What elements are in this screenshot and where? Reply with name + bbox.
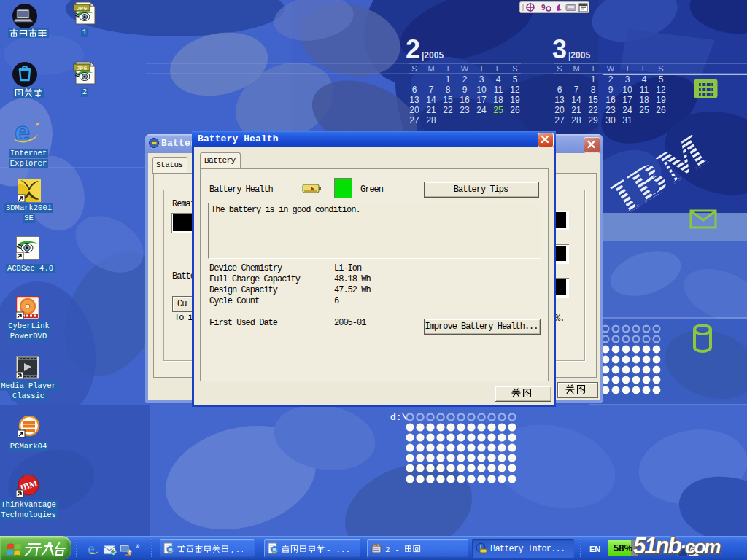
svg-text:13: 13 — [409, 95, 419, 105]
svg-text:16: 16 — [605, 95, 616, 105]
svg-text:15: 15 — [443, 95, 453, 105]
svg-text:1: 1 — [446, 74, 451, 85]
svg-text:JPG: JPG — [77, 65, 88, 71]
svg-text:18: 18 — [493, 95, 503, 105]
svg-text:d:\: d:\ — [390, 412, 408, 423]
svg-text:e: e — [15, 120, 30, 147]
svg-text:28: 28 — [571, 115, 581, 125]
svg-text:S: S — [512, 64, 517, 73]
svg-text:|2005: |2005 — [568, 50, 590, 61]
svg-text:27: 27 — [554, 115, 565, 125]
svg-text:3: 3 — [552, 34, 567, 64]
svg-text:6: 6 — [412, 85, 417, 95]
svg-text:17: 17 — [476, 95, 487, 105]
svg-text:20: 20 — [409, 105, 419, 115]
svg-text:14: 14 — [426, 95, 436, 105]
svg-text:12: 12 — [510, 85, 520, 95]
svg-text:16: 16 — [460, 95, 470, 105]
svg-text:19: 19 — [656, 95, 666, 105]
svg-text:W: W — [607, 64, 615, 73]
svg-text:10: 10 — [476, 85, 487, 95]
svg-text:S: S — [658, 64, 663, 73]
svg-text:18: 18 — [639, 95, 649, 105]
svg-text:1: 1 — [591, 74, 596, 85]
svg-text:T: T — [591, 64, 596, 73]
svg-text:7: 7 — [574, 85, 579, 95]
svg-text:22: 22 — [588, 105, 598, 115]
svg-text:2: 2 — [462, 74, 468, 85]
svg-text:F: F — [496, 64, 501, 73]
svg-text:25: 25 — [493, 105, 503, 115]
svg-text:20: 20 — [554, 105, 565, 115]
svg-text:26: 26 — [656, 105, 666, 115]
svg-text:11: 11 — [494, 85, 503, 95]
svg-text:10: 10 — [622, 85, 632, 95]
svg-text:- ...: - ... — [326, 545, 349, 554]
svg-text:T: T — [479, 64, 484, 73]
svg-text:13: 13 — [554, 95, 565, 105]
svg-text:26: 26 — [510, 105, 520, 115]
svg-text:8: 8 — [446, 85, 451, 95]
svg-text:9: 9 — [608, 85, 614, 95]
svg-text:31: 31 — [622, 115, 632, 125]
svg-text:|2005: |2005 — [422, 50, 444, 61]
svg-text:M: M — [427, 64, 434, 73]
svg-text:3: 3 — [625, 74, 630, 85]
svg-text:e: e — [88, 543, 95, 556]
svg-text:S: S — [557, 64, 562, 73]
svg-text:12: 12 — [656, 85, 666, 95]
svg-text:3: 3 — [479, 74, 484, 85]
svg-text:15: 15 — [588, 95, 598, 105]
svg-text:5: 5 — [659, 74, 664, 85]
svg-text:25: 25 — [639, 105, 649, 115]
svg-text:W: W — [461, 64, 469, 73]
svg-text:21: 21 — [571, 105, 581, 115]
svg-text:24: 24 — [476, 105, 487, 115]
svg-text:9: 9 — [541, 4, 546, 12]
svg-text:30: 30 — [605, 115, 616, 125]
svg-text:F: F — [642, 64, 647, 73]
svg-text:27: 27 — [409, 115, 419, 125]
svg-text:28: 28 — [426, 115, 436, 125]
svg-text:11: 11 — [640, 85, 649, 95]
svg-text:T: T — [446, 64, 451, 73]
svg-text:5: 5 — [513, 74, 518, 85]
svg-text:9: 9 — [462, 85, 468, 95]
svg-text:6: 6 — [557, 85, 562, 95]
svg-text:17: 17 — [622, 95, 632, 105]
svg-text:S: S — [411, 64, 417, 73]
svg-text:19: 19 — [510, 95, 520, 105]
svg-text:2: 2 — [406, 34, 420, 64]
svg-text:29: 29 — [588, 115, 598, 125]
svg-text:22: 22 — [443, 105, 453, 115]
svg-text:2: 2 — [608, 74, 614, 85]
svg-text:T: T — [625, 64, 630, 73]
svg-text:JPG: JPG — [77, 5, 88, 12]
svg-text:M: M — [573, 64, 579, 73]
svg-text:24: 24 — [622, 105, 632, 115]
svg-text:23: 23 — [460, 105, 470, 115]
svg-text:,...: ,... — [231, 545, 243, 554]
svg-text:21: 21 — [426, 105, 436, 115]
svg-text:7: 7 — [429, 85, 434, 95]
svg-text:8: 8 — [591, 85, 596, 95]
svg-text:4: 4 — [496, 74, 501, 85]
svg-text:4: 4 — [642, 74, 647, 85]
svg-text:2 -: 2 - — [385, 545, 400, 554]
svg-text:14: 14 — [571, 95, 581, 105]
svg-text:23: 23 — [605, 105, 616, 115]
